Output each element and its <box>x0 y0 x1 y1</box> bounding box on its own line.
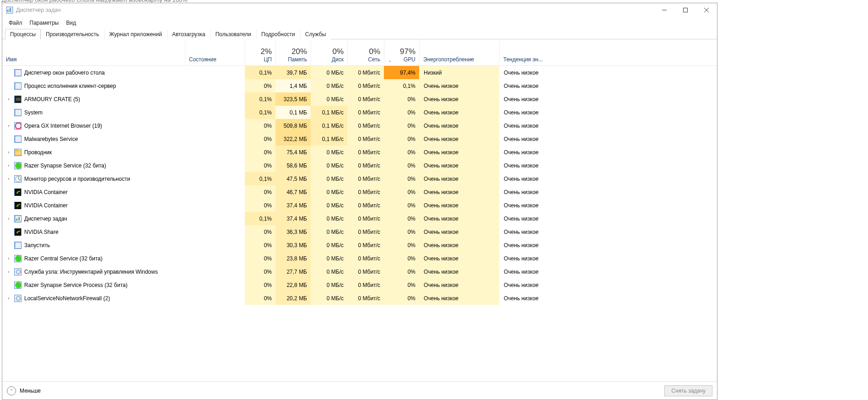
process-row[interactable]: ›Проводник0%75,4 МБ0 МБ/с0 Мбит/с0%Очень… <box>2 146 717 159</box>
header-name[interactable]: Имя <box>2 39 185 65</box>
svg-rect-11 <box>15 109 21 116</box>
power-cell: Очень низкое <box>419 159 499 172</box>
process-name: Диспетчер задач <box>24 216 67 222</box>
process-row[interactable]: NVIDIA Container0%37,4 МБ0 МБ/с0 Мбит/с0… <box>2 199 717 212</box>
process-row[interactable]: ›Razer Synapse Service (32 бита)0%58,6 М… <box>2 159 717 172</box>
power-cell: Очень низкое <box>419 119 499 132</box>
menu-view[interactable]: Вид <box>62 18 80 28</box>
expand-icon[interactable]: › <box>6 176 11 181</box>
expand-icon[interactable]: › <box>6 163 11 168</box>
disk-cell: 0 МБ/с <box>311 225 347 238</box>
header-network[interactable]: 0%Сеть <box>347 39 384 65</box>
menu-options[interactable]: Параметры <box>26 18 63 28</box>
process-row[interactable]: ›Opera GX Internet Browser (19)0%509,8 М… <box>2 119 717 132</box>
process-row[interactable]: Диспетчер окон рабочего стола0,1%39,7 МБ… <box>2 66 717 79</box>
gpu-cell: 0% <box>384 265 419 278</box>
power-trend-cell: Очень низкое <box>499 212 717 225</box>
collapse-icon[interactable]: ⌃ <box>7 386 16 395</box>
status-cell <box>185 199 245 212</box>
tab-app-history[interactable]: Журнал приложений <box>104 29 167 39</box>
expand-icon[interactable]: › <box>6 216 11 221</box>
process-row[interactable]: ›Монитор ресурсов и производительности0,… <box>2 172 717 185</box>
cpu-cell: 0,1% <box>245 172 275 185</box>
header-gpu[interactable]: ⌄97%GPU <box>384 39 419 65</box>
tab-performance[interactable]: Производительность <box>41 29 104 39</box>
minimize-button[interactable] <box>654 3 675 17</box>
process-row[interactable]: Процесс исполнения клиент-сервер0%1,4 МБ… <box>2 79 717 92</box>
process-icon <box>14 255 22 262</box>
status-cell <box>185 292 245 305</box>
tab-processes[interactable]: Процессы <box>5 29 41 39</box>
process-row[interactable]: NVIDIA Share0%36,3 МБ0 МБ/с0 Мбит/с0%Оче… <box>2 225 717 238</box>
gpu-cell: 0% <box>384 172 419 185</box>
window-title: Диспетчер задач <box>16 7 61 13</box>
svg-point-29 <box>15 282 21 288</box>
process-row[interactable]: ›Служба узла: Инструментарий управления … <box>2 265 717 278</box>
network-cell: 0 Мбит/с <box>347 132 384 146</box>
expand-icon[interactable]: › <box>6 256 11 261</box>
disk-cell: 0 МБ/с <box>311 278 347 292</box>
status-cell <box>185 119 245 132</box>
header-power-trend[interactable]: Тенденция эн... <box>499 39 717 65</box>
expand-icon[interactable]: › <box>6 123 11 128</box>
header-status[interactable]: Состояние <box>185 39 245 65</box>
status-cell <box>185 238 245 252</box>
gpu-cell: 0% <box>384 212 419 225</box>
expand-icon[interactable]: › <box>6 269 11 274</box>
header-power[interactable]: Энергопотребление <box>419 39 499 65</box>
gpu-cell: 97,4% <box>384 66 419 79</box>
header-memory[interactable]: 20%Память <box>275 39 311 65</box>
svg-rect-9 <box>15 83 21 89</box>
close-button[interactable] <box>696 3 717 17</box>
process-icon <box>14 202 22 209</box>
menu-file[interactable]: Файл <box>5 18 26 28</box>
process-row[interactable]: ›Razer Central Service (32 бита)0%23,8 М… <box>2 252 717 265</box>
memory-cell: 22,8 МБ <box>275 278 311 292</box>
tab-startup[interactable]: Автозагрузка <box>167 29 210 39</box>
disk-cell: 0 МБ/с <box>311 212 347 225</box>
process-row[interactable]: ›ARMOURY CRATE (5)0,1%323,5 МБ0 МБ/с0 Мб… <box>2 92 717 106</box>
tab-users[interactable]: Пользователи <box>210 29 256 39</box>
gpu-cell: 0% <box>384 199 419 212</box>
svg-rect-15 <box>15 150 18 151</box>
process-list[interactable]: Диспетчер окон рабочего стола0,1%39,7 МБ… <box>2 66 717 381</box>
process-row[interactable]: Malwarebytes Service0%322,2 МБ0,1 МБ/с0 … <box>2 132 717 146</box>
process-row[interactable]: Razer Synapse Service Process (32 бита)0… <box>2 278 717 292</box>
power-cell: Очень низкое <box>419 292 499 305</box>
process-row[interactable]: NVIDIA Container0%46,7 МБ0 МБ/с0 Мбит/с0… <box>2 185 717 199</box>
process-icon <box>14 109 22 116</box>
network-cell: 0 Мбит/с <box>347 212 384 225</box>
svg-rect-2 <box>9 9 10 12</box>
titlebar[interactable]: Диспетчер задач <box>2 3 717 17</box>
process-icon <box>14 242 22 249</box>
disk-cell: 0,1 МБ/с <box>311 106 347 119</box>
process-name: LocalServiceNoNetworkFirewall (2) <box>24 295 110 302</box>
svg-rect-25 <box>15 242 21 249</box>
power-trend-cell: Очень низкое <box>499 119 717 132</box>
footer: ⌃ Меньше Снять задачу <box>2 381 717 400</box>
expand-icon[interactable]: › <box>6 97 11 102</box>
power-cell: Очень низкое <box>419 252 499 265</box>
process-icon <box>14 162 22 169</box>
memory-cell: 0,1 МБ <box>275 106 311 119</box>
power-cell: Очень низкое <box>419 278 499 292</box>
power-trend-cell: Очень низкое <box>499 292 717 305</box>
tab-services[interactable]: Службы <box>300 29 331 39</box>
power-trend-cell: Очень низкое <box>499 79 717 92</box>
process-row[interactable]: ›Диспетчер задач0,1%37,4 МБ0 МБ/с0 Мбит/… <box>2 212 717 225</box>
process-name: Диспетчер окон рабочего стола <box>24 70 105 76</box>
process-row[interactable]: System0,1%0,1 МБ0,1 МБ/с0 Мбит/с0%Очень … <box>2 106 717 119</box>
process-row[interactable]: ›LocalServiceNoNetworkFirewall (2)0%20,2… <box>2 292 717 305</box>
header-disk[interactable]: 0%Диск <box>311 39 347 65</box>
expand-icon[interactable]: › <box>6 296 11 301</box>
expand-icon[interactable]: › <box>6 150 11 155</box>
maximize-button[interactable] <box>675 3 696 17</box>
cpu-cell: 0% <box>245 119 275 132</box>
end-task-button[interactable]: Снять задачу <box>664 385 712 396</box>
header-cpu[interactable]: 2%ЦП <box>245 39 275 65</box>
cpu-cell: 0% <box>245 132 275 146</box>
process-row[interactable]: Запустить0%30,3 МБ0 МБ/с0 Мбит/с0%Очень … <box>2 238 717 252</box>
fewer-details-label[interactable]: Меньше <box>20 388 41 394</box>
tab-details[interactable]: Подробности <box>256 29 300 39</box>
status-cell <box>185 172 245 185</box>
